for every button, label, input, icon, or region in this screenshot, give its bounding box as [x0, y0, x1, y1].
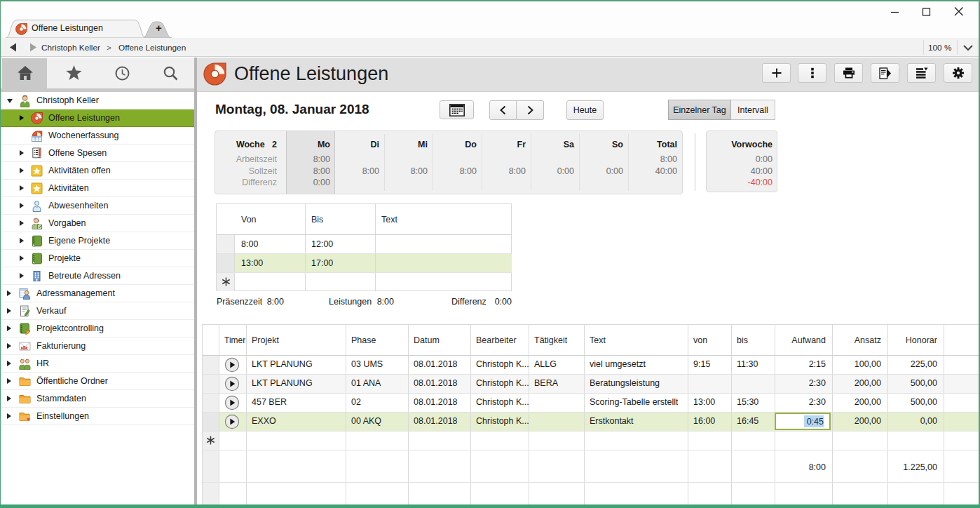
- svg-text:+: +: [156, 22, 162, 34]
